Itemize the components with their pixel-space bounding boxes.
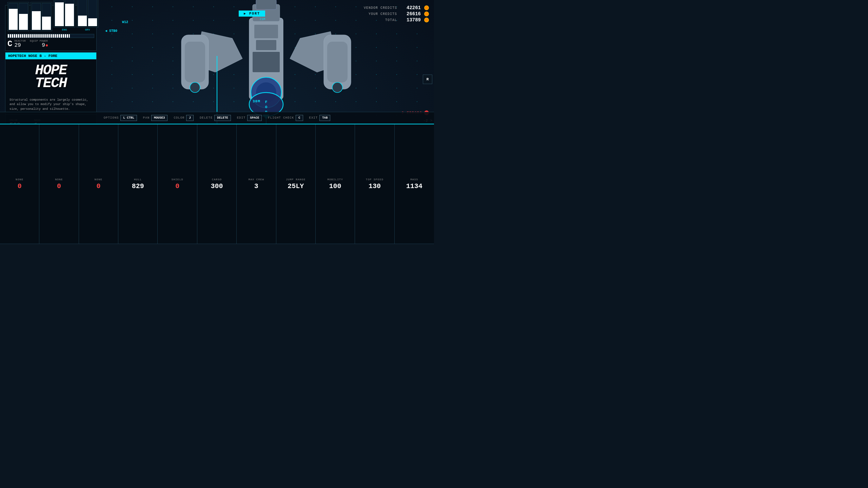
grv-label: GRV	[85, 28, 90, 31]
stats-bar: NONE 0 NONE 0 NONE 0 HULL 829 SHIELD 0 C…	[0, 124, 434, 244]
stat-jump-range: JUMP RANGE 25LY	[276, 124, 316, 244]
r-button[interactable]: R	[423, 75, 432, 84]
stat-cargo: CARGO 300	[197, 124, 237, 244]
color-label: COLOR	[174, 116, 184, 120]
options-label: OPTIONS	[104, 116, 119, 120]
pan-key[interactable]: MOUSE3	[151, 115, 167, 121]
port-container: ▶ PORT 21M	[239, 10, 265, 21]
w12-label: W12	[122, 20, 128, 24]
stat-none-3-label: NONE	[95, 178, 102, 181]
power-bar-grv-1	[78, 0, 87, 26]
stat-mobility: MOBILITY 100	[316, 124, 355, 244]
stat-top-speed-value: 130	[369, 182, 381, 190]
color-control: COLOR J	[174, 115, 193, 121]
exit-key[interactable]: TAB	[319, 115, 330, 121]
stat-none-3: NONE 0	[79, 124, 118, 244]
total-credits-label: TOTAL	[385, 18, 397, 22]
color-key[interactable]: J	[186, 115, 193, 121]
stat-cargo-value: 300	[211, 182, 223, 190]
stat-shield-label: SHIELD	[172, 178, 183, 181]
item-description: Structural components are largely cosmet…	[5, 95, 96, 115]
stat-none-1: NONE 0	[0, 124, 39, 244]
stat-mass: MASS 1134	[395, 124, 434, 244]
reactor-value: 29	[14, 42, 26, 48]
power-bar-4	[42, 3, 51, 30]
stat-none-2: NONE 0	[39, 124, 79, 244]
controls-bar: OPTIONS L CTRL PAN MOUSE3 COLOR J DELETE…	[0, 112, 434, 124]
power-bar-grv-2	[88, 0, 97, 26]
power-bar-eng-1	[55, 0, 64, 26]
vendor-credits-icon	[424, 5, 429, 10]
reactor-letter: C	[7, 40, 12, 48]
vendor-credits-label: VENDOR CREDITS	[364, 6, 397, 10]
power-bar-3	[32, 3, 41, 30]
stat-jump-range-value: 25LY	[288, 182, 304, 190]
port-label: ▶ PORT	[239, 11, 265, 17]
stat-mass-label: MASS	[410, 178, 418, 181]
stat-none-1-label: NONE	[16, 178, 23, 181]
total-credits-value: 13789	[400, 17, 421, 23]
stat-mobility-value: 100	[329, 182, 341, 190]
flight-check-label: FLIGHT CHECK	[268, 116, 294, 120]
equip-value: 9	[42, 42, 45, 48]
stat-cargo-label: CARGO	[212, 178, 222, 181]
your-credits-icon	[424, 12, 429, 16]
flight-check-key[interactable]: C	[296, 115, 303, 121]
power-bar-1	[8, 3, 18, 30]
port-distance: 21M	[239, 18, 265, 21]
pan-label: PAN	[143, 116, 150, 120]
delete-key[interactable]: DELETE	[214, 115, 231, 121]
stat-none-3-value: 0	[96, 182, 100, 190]
stb0-label: ◀ STB0	[105, 29, 117, 33]
stat-none-1-value: 0	[18, 182, 22, 190]
brand-text: HOPETECH	[11, 64, 91, 90]
stat-shield: SHIELD 0	[158, 124, 197, 244]
credits-panel: VENDOR CREDITS 42261 YOUR CREDITS 26616 …	[364, 5, 429, 23]
selected-title: HopeTech Nose B - Fore	[5, 53, 96, 59]
delete-label: DELETE	[200, 116, 213, 120]
options-control: OPTIONS L CTRL	[104, 115, 137, 121]
pan-control: PAN MOUSE3	[143, 115, 168, 121]
stat-max-crew: MAX CREW 3	[237, 124, 276, 244]
your-credits-value: 26616	[400, 11, 421, 17]
edit-label: EDIT	[237, 116, 246, 120]
edit-key[interactable]: SPACE	[247, 115, 262, 121]
exit-control: EXIT TAB	[309, 115, 331, 121]
equip-label: EQUIP POWER	[30, 39, 48, 42]
stat-hull-value: 829	[132, 182, 144, 190]
stat-hull: HULL 829	[118, 124, 158, 244]
edit-control: EDIT SPACE	[237, 115, 262, 121]
stat-max-crew-value: 3	[254, 182, 258, 190]
reactor-label: REACTOR	[14, 39, 26, 42]
stat-top-speed-label: TOP SPEED	[366, 178, 383, 181]
stat-none-2-value: 0	[57, 182, 61, 190]
vendor-credits-value: 42261	[400, 5, 421, 11]
total-credits-icon	[424, 18, 429, 22]
stat-top-speed: TOP SPEED 130	[355, 124, 394, 244]
power-bar-eng-2	[65, 0, 74, 26]
flight-check-control: FLIGHT CHECK C	[268, 115, 303, 121]
stat-jump-range-label: JUMP RANGE	[286, 178, 305, 181]
stat-none-2-label: NONE	[55, 178, 63, 181]
stat-shield-value: 0	[175, 182, 179, 190]
brand-logo: HOPETECH	[5, 59, 96, 95]
your-credits-label: YOUR CREDITS	[369, 12, 397, 16]
eng-label: ENG	[62, 28, 67, 31]
equip-indicator	[46, 44, 48, 46]
stats-grid: NONE 0 NONE 0 NONE 0 HULL 829 SHIELD 0 C…	[0, 124, 434, 244]
stat-mobility-label: MOBILITY	[327, 178, 343, 181]
exit-label: EXIT	[309, 116, 318, 120]
delete-control: DELETE DELETE	[200, 115, 231, 121]
options-key[interactable]: L CTRL	[120, 115, 137, 121]
power-bar-2	[19, 3, 28, 30]
power-meter	[7, 34, 94, 38]
stat-hull-label: HULL	[134, 178, 142, 181]
right-panel: R	[423, 75, 432, 84]
stat-max-crew-label: MAX CREW	[249, 178, 264, 181]
stat-mass-value: 1134	[406, 182, 422, 190]
